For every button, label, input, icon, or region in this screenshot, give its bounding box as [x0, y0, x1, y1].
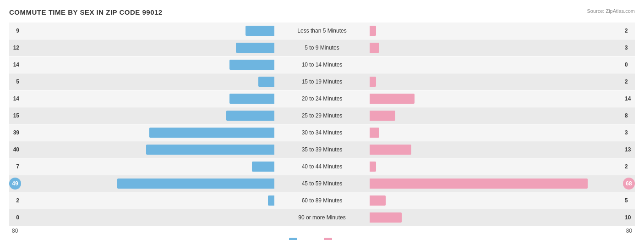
left-part: 0 [9, 209, 276, 226]
female-value: 0 [625, 61, 635, 68]
right-part: 14 [368, 90, 635, 107]
left-part: 49 [9, 175, 276, 192]
female-bar [370, 26, 376, 36]
source-label: Source: ZipAtlas.com [587, 8, 635, 14]
female-value: 3 [625, 129, 635, 136]
male-value: 7 [9, 163, 19, 170]
bar-section: 40 35 to 39 Minutes 13 [9, 141, 635, 158]
male-bar [258, 77, 274, 87]
male-bar [146, 145, 274, 155]
male-bar-wrapper [22, 59, 274, 70]
female-legend-label: Female [335, 239, 355, 240]
bar-section: 14 20 to 24 Minutes 14 [9, 90, 635, 107]
category-label: 10 to 14 Minutes [276, 61, 368, 68]
male-bar [226, 111, 274, 121]
chart-body: 9 Less than 5 Minutes 2 12 5 to 9 Min [9, 22, 635, 226]
male-bar [149, 128, 274, 138]
chart-row: 5 15 to 19 Minutes 2 [9, 73, 635, 90]
left-part: 14 [9, 56, 276, 73]
male-bar [229, 94, 274, 104]
male-bar [246, 26, 274, 36]
female-value: 3 [625, 45, 635, 51]
male-bar-wrapper [22, 110, 274, 121]
male-bar-wrapper [22, 195, 274, 206]
female-bar-wrapper [370, 110, 622, 121]
female-bar [370, 94, 415, 104]
category-label: 35 to 39 Minutes [276, 146, 368, 153]
chart-row: 49 45 to 59 Minutes 68 [9, 175, 635, 192]
male-bar-wrapper [22, 76, 274, 87]
male-legend-label: Male [300, 239, 313, 240]
left-part: 7 [9, 158, 276, 175]
male-badge: 49 [9, 178, 21, 190]
left-part: 2 [9, 192, 276, 209]
male-bar [229, 60, 274, 70]
left-part: 15 [9, 107, 276, 124]
bar-section: 0 90 or more Minutes 10 [9, 209, 635, 226]
female-value: 2 [625, 28, 635, 34]
right-part: 0 [368, 56, 635, 73]
male-bar [117, 179, 274, 189]
legend-female: Female [324, 238, 355, 240]
female-bar-wrapper [370, 144, 622, 155]
category-label: 60 to 89 Minutes [276, 197, 368, 204]
bar-section: 15 25 to 29 Minutes 8 [9, 107, 635, 124]
left-part: 40 [9, 141, 276, 158]
bar-section: 12 5 to 9 Minutes 3 [9, 39, 635, 56]
chart-row: 40 35 to 39 Minutes 13 [9, 141, 635, 158]
female-bar [370, 77, 376, 87]
chart-row: 14 20 to 24 Minutes 14 [9, 90, 635, 107]
left-part: 9 [9, 22, 276, 39]
chart-row: 15 25 to 29 Minutes 8 [9, 107, 635, 124]
category-label: 25 to 29 Minutes [276, 112, 368, 119]
male-value: 5 [9, 78, 19, 85]
right-part: 13 [368, 141, 635, 158]
bar-section: 14 10 to 14 Minutes 0 [9, 56, 635, 73]
right-part: 2 [368, 73, 635, 90]
female-bar [370, 145, 411, 155]
male-value: 40 [9, 146, 19, 153]
female-legend-box [324, 238, 332, 240]
male-bar [268, 195, 274, 206]
chart-row: 14 10 to 14 Minutes 0 [9, 56, 635, 73]
right-part: 68 [368, 175, 635, 192]
female-bar-wrapper [370, 59, 622, 70]
male-bar-wrapper [22, 144, 274, 155]
right-part: 2 [368, 158, 635, 175]
male-value: 15 [9, 112, 19, 119]
chart-container: COMMUTE TIME BY SEX IN ZIP CODE 99012 So… [0, 0, 644, 240]
category-label: 45 to 59 Minutes [276, 180, 368, 187]
chart-title: COMMUTE TIME BY SEX IN ZIP CODE 99012 [9, 8, 635, 16]
chart-row: 12 5 to 9 Minutes 3 [9, 39, 635, 56]
bar-section: 39 30 to 34 Minutes 3 [9, 124, 635, 141]
female-value: 8 [625, 112, 635, 119]
male-bar-wrapper [22, 212, 274, 223]
right-part: 8 [368, 107, 635, 124]
category-label: Less than 5 Minutes [276, 28, 368, 34]
female-badge: 68 [623, 178, 635, 190]
axis-left: 80 [9, 228, 368, 234]
category-label: 5 to 9 Minutes [276, 45, 368, 51]
female-value: 2 [625, 163, 635, 170]
left-part: 5 [9, 73, 276, 90]
female-bar-wrapper [370, 178, 623, 189]
right-part: 3 [368, 39, 635, 56]
female-bar [370, 43, 379, 53]
male-bar-wrapper [22, 93, 274, 104]
legend-male: Male [289, 238, 313, 240]
chart-row: 2 60 to 89 Minutes 5 [9, 192, 635, 209]
female-bar-wrapper [370, 76, 622, 87]
male-bar-wrapper [22, 161, 274, 172]
chart-row: 39 30 to 34 Minutes 3 [9, 124, 635, 141]
female-bar [370, 162, 376, 172]
left-part: 12 [9, 39, 276, 56]
female-bar [370, 212, 402, 223]
chart-row: 0 90 or more Minutes 10 [9, 209, 635, 226]
left-part: 39 [9, 124, 276, 141]
bar-section: 5 15 to 19 Minutes 2 [9, 73, 635, 90]
female-bar-wrapper [370, 212, 622, 223]
male-bar-wrapper [22, 25, 274, 36]
female-bar-wrapper [370, 42, 622, 53]
female-bar [370, 111, 395, 121]
category-label: 30 to 34 Minutes [276, 129, 368, 136]
